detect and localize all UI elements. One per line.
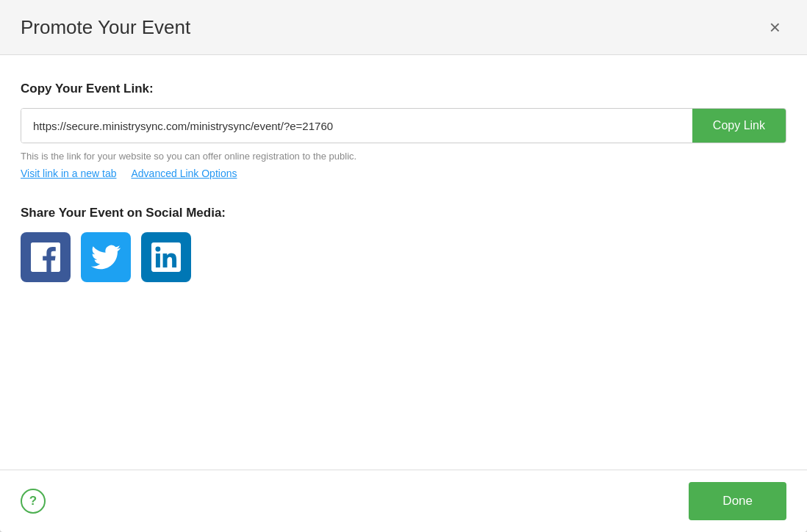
link-input-row: Copy Link [21, 108, 786, 143]
copy-link-button[interactable]: Copy Link [692, 109, 786, 143]
modal-title: Promote Your Event [21, 16, 190, 39]
visit-link-button[interactable]: Visit link in a new tab [21, 168, 116, 179]
help-icon[interactable]: ? [21, 489, 46, 514]
copy-link-label: Copy Your Event Link: [21, 82, 786, 96]
linkedin-icon[interactable] [141, 232, 191, 282]
facebook-icon[interactable] [21, 232, 71, 282]
copy-link-section: Copy Your Event Link: Copy Link This is … [21, 82, 786, 179]
social-media-section: Share Your Event on Social Media: [21, 206, 786, 282]
done-button[interactable]: Done [689, 482, 786, 520]
advanced-link-button[interactable]: Advanced Link Options [131, 168, 237, 179]
social-section-label: Share Your Event on Social Media: [21, 206, 786, 220]
link-description: This is the link for your website so you… [21, 151, 786, 162]
social-icons-row [21, 232, 786, 282]
promote-event-modal: Promote Your Event × Copy Your Event Lin… [0, 0, 807, 532]
modal-footer: ? Done [0, 470, 807, 532]
twitter-icon[interactable] [81, 232, 131, 282]
modal-body: Copy Your Event Link: Copy Link This is … [0, 55, 807, 470]
close-button[interactable]: × [764, 15, 786, 40]
event-link-input[interactable] [21, 109, 692, 143]
link-actions: Visit link in a new tab Advanced Link Op… [21, 168, 786, 179]
modal-header: Promote Your Event × [0, 0, 807, 55]
